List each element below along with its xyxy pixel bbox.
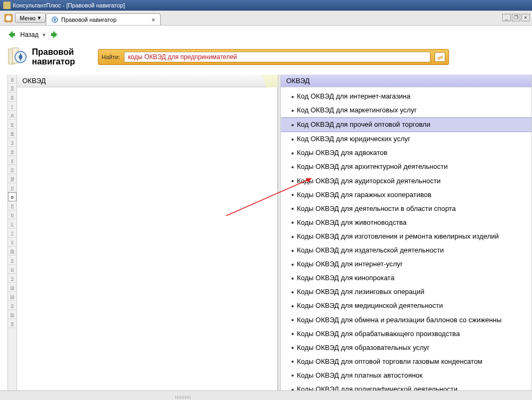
- list-item[interactable]: Коды ОКВЭД для обрабатывающего производс…: [281, 327, 531, 341]
- alpha-cell[interactable]: с: [8, 219, 16, 228]
- list-item-label: Коды ОКВЭД для кинопроката: [297, 274, 394, 282]
- list-item-label: Коды ОКВЭД для деятельности в области сп…: [297, 205, 456, 213]
- list-item[interactable]: Коды ОКВЭД для адвокатов: [281, 146, 531, 160]
- alpha-cell[interactable]: н: [8, 183, 16, 192]
- alpha-cell[interactable]: т: [8, 228, 16, 238]
- bullet-icon: [292, 166, 294, 168]
- bullet-icon: [292, 110, 294, 112]
- forward-arrow-icon[interactable]: [50, 30, 60, 39]
- list-item[interactable]: Коды ОКВЭД для оптовой торговли газовым …: [281, 355, 531, 369]
- alpha-cell[interactable]: з: [8, 138, 16, 147]
- list-item[interactable]: Код ОКВЭД для интернет-магазина: [281, 89, 531, 103]
- list-item[interactable]: Коды ОКВЭД для кинопроката: [281, 271, 531, 285]
- alpha-cell[interactable]: ч: [8, 274, 16, 283]
- list-item[interactable]: Коды ОКВЭД для аудиторской деятельности: [281, 174, 531, 188]
- alpha-cell[interactable]: е: [8, 120, 16, 129]
- right-pane-header: ОКВЭД: [281, 75, 531, 87]
- list-item-label: Коды ОКВЭД для изготовления и ремонта юв…: [297, 232, 499, 240]
- tab-navigator[interactable]: Правовой навигатор ×: [46, 13, 161, 25]
- bullet-icon: [292, 96, 294, 98]
- bullet-icon: [292, 138, 294, 141]
- list-item[interactable]: Коды ОКВЭД для изготовления и ремонта юв…: [281, 230, 531, 243]
- mdi-window-controls: _ ❐ ×: [502, 14, 530, 21]
- list-item[interactable]: Код ОКВЭД для маркетинговых услуг: [281, 103, 531, 117]
- bullet-icon: [292, 222, 294, 224]
- back-label[interactable]: Назад: [20, 31, 38, 38]
- alpha-cell[interactable]: ц: [8, 265, 16, 274]
- search-input[interactable]: [124, 52, 430, 62]
- alpha-cell[interactable]: в: [8, 93, 16, 102]
- main-content: абвгдежзиклмнопрстуфхцчшщэюя ОКВЭД ОКВЭД…: [0, 75, 532, 400]
- pane-pointer-icon: [262, 75, 278, 87]
- bullet-icon: [292, 124, 294, 126]
- list-item-label: Код ОКВЭД для интернет-магазина: [297, 92, 411, 100]
- list-item[interactable]: Коды ОКВЭД для животноводства: [281, 216, 531, 230]
- alpha-cell[interactable]: о: [8, 192, 16, 201]
- bullet-icon: [292, 208, 294, 210]
- status-grip-icon[interactable]: [176, 396, 192, 399]
- left-pane-header: ОКВЭД: [17, 75, 277, 87]
- list-item[interactable]: Коды ОКВЭД для медицинской деятельности: [281, 299, 531, 313]
- list-item[interactable]: Коды ОКВЭД для образовательных услуг: [281, 341, 531, 355]
- bullet-icon: [292, 319, 294, 321]
- alpha-cell[interactable]: ж: [8, 129, 16, 138]
- list-item[interactable]: Коды ОКВЭД для платных автостоянок: [281, 369, 531, 382]
- list-item-label: Код ОКВЭД для прочей оптовой торговли: [297, 120, 430, 128]
- mdi-restore-button[interactable]: ❐: [512, 14, 520, 21]
- compass-icon: [52, 17, 58, 23]
- list-item-label: Коды ОКВЭД для медицинской деятельности: [297, 301, 443, 309]
- list-item[interactable]: Коды ОКВЭД для гаражных кооперативов: [281, 188, 531, 202]
- mdi-minimize-button[interactable]: _: [502, 14, 511, 21]
- alpha-cell[interactable]: ю: [8, 310, 16, 319]
- list-item[interactable]: Коды ОКВЭД для издательской деятельности: [281, 243, 531, 257]
- list-item-label: Код ОКВЭД для юридических услуг: [297, 135, 411, 143]
- dropdown-icon[interactable]: ▾: [43, 31, 46, 38]
- bullet-icon: [292, 291, 294, 293]
- alpha-cell[interactable]: б: [8, 84, 16, 93]
- search-label: Найти:: [102, 54, 120, 60]
- list-item[interactable]: Код ОКВЭД для прочей оптовой торговли: [281, 117, 531, 132]
- alpha-cell[interactable]: ф: [8, 247, 16, 256]
- svg-rect-8: [437, 55, 443, 60]
- bullet-icon: [292, 180, 294, 182]
- alpha-cell[interactable]: а: [8, 75, 16, 84]
- list-item-label: Коды ОКВЭД для обрабатывающего производс…: [297, 330, 460, 338]
- list-item-label: Код ОКВЭД для маркетинговых услуг: [297, 106, 417, 114]
- alpha-cell[interactable]: к: [8, 156, 16, 165]
- list-item[interactable]: Коды ОКВЭД для интернет-услуг: [281, 257, 531, 271]
- bullet-icon: [292, 236, 294, 238]
- bullet-icon: [292, 347, 294, 349]
- back-arrow-icon[interactable]: [6, 30, 16, 39]
- page-header: Правовой навигатор Найти:: [0, 44, 532, 75]
- list-item-label: Коды ОКВЭД для издательской деятельности: [297, 246, 444, 254]
- list-item[interactable]: Коды ОКВЭД для архитектурной деятельност…: [281, 160, 531, 174]
- mdi-close-button[interactable]: ×: [521, 14, 530, 21]
- list-item-label: Коды ОКВЭД для архитектурной деятельност…: [297, 162, 447, 170]
- close-icon[interactable]: ×: [152, 17, 155, 23]
- alpha-cell[interactable]: г: [8, 102, 16, 111]
- list-item[interactable]: Коды ОКВЭД для обмена и реализации балло…: [281, 313, 531, 327]
- alpha-cell[interactable]: х: [8, 256, 16, 265]
- alpha-cell[interactable]: м: [8, 174, 16, 183]
- alpha-cell[interactable]: л: [8, 165, 16, 174]
- alpha-cell[interactable]: я: [8, 319, 16, 328]
- clear-search-button[interactable]: [435, 52, 445, 62]
- alpha-cell[interactable]: п: [8, 201, 16, 210]
- window-titlebar: КонсультантПлюс - [Правовой навигатор]: [0, 0, 532, 11]
- alpha-cell[interactable]: э: [8, 301, 16, 310]
- bullet-icon: [292, 305, 294, 307]
- list-item[interactable]: Коды ОКВЭД для лизинговых операций: [281, 285, 531, 299]
- list-item[interactable]: Коды ОКВЭД для деятельности в области сп…: [281, 202, 531, 216]
- alpha-cell[interactable]: щ: [8, 292, 16, 301]
- alpha-cell[interactable]: д: [8, 111, 16, 120]
- bullet-icon: [292, 250, 294, 252]
- status-bar: [0, 390, 532, 400]
- list-item[interactable]: Код ОКВЭД для юридических услуг: [281, 132, 531, 146]
- menu-button[interactable]: Меню ▾: [15, 13, 46, 23]
- alpha-cell[interactable]: ш: [8, 283, 16, 292]
- bullet-icon: [292, 361, 294, 363]
- results-list[interactable]: Код ОКВЭД для интернет-магазинаКод ОКВЭД…: [281, 87, 531, 400]
- alpha-cell[interactable]: р: [8, 210, 16, 219]
- alpha-cell[interactable]: и: [8, 147, 16, 156]
- alpha-cell[interactable]: у: [8, 238, 16, 247]
